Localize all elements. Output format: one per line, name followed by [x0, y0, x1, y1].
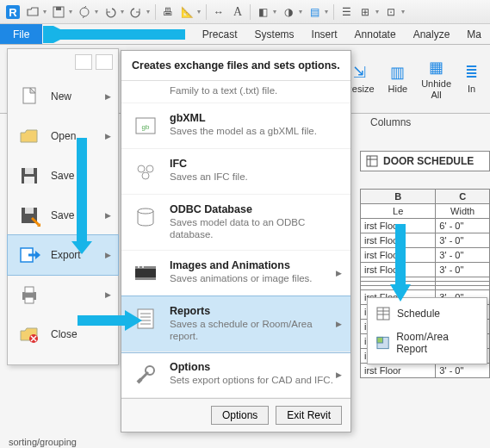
dd-icon[interactable]: ▾ — [69, 8, 74, 16]
tab-precast[interactable]: Precast — [194, 24, 246, 44]
dd-icon[interactable]: ▾ — [95, 8, 100, 16]
export-item-title: Reports — [170, 305, 340, 317]
filemenu-print[interactable]: ▶ — [8, 275, 118, 314]
svg-rect-11 — [24, 177, 34, 184]
separator — [250, 4, 251, 20]
ribbon-hide[interactable]: ▥Hide — [381, 45, 415, 113]
dd-icon[interactable]: ▾ — [43, 8, 48, 16]
schedule-title: DOOR SCHEDULE — [360, 151, 490, 171]
qat-print-icon[interactable]: 🖶 — [159, 3, 177, 21]
qat-text-icon[interactable]: A — [229, 3, 246, 21]
cell-width: 3' - 0" — [436, 233, 490, 248]
filemenu-new[interactable]: New▶ — [8, 77, 118, 116]
export-item-images[interactable]: Images and AnimationsSaves animations or… — [121, 251, 350, 296]
svg-text:gb: gb — [142, 123, 150, 131]
filemenu-save[interactable]: Save — [8, 156, 118, 196]
export-item-family-truncated[interactable]: Family to a text (.txt) file. — [121, 81, 350, 103]
qat-switch-icon[interactable]: ⊡ — [382, 3, 400, 21]
table-row[interactable]: irst Floor6' - 0" — [361, 219, 490, 233]
filemenu-label: Save A — [51, 209, 84, 221]
tab-massing[interactable]: Ma — [458, 24, 490, 44]
separator — [155, 4, 156, 20]
table-row[interactable]: irst Floor3' - 0" — [361, 248, 490, 263]
tab-annotate[interactable]: Annotate — [346, 24, 405, 44]
ribbon-insert[interactable]: ≣In — [458, 45, 485, 113]
filemenu-saveas[interactable]: Save A▶ — [8, 196, 118, 235]
dd-icon[interactable]: ▾ — [401, 8, 406, 16]
dd-icon[interactable]: ▾ — [121, 8, 126, 16]
recent-docs-icon[interactable] — [75, 54, 92, 70]
export-item-desc: Saves the model as a gbXML file. — [170, 125, 340, 137]
qat-open-icon[interactable] — [24, 3, 41, 21]
flyout-roomarea[interactable]: Room/Area Report — [368, 326, 487, 360]
svg-rect-16 — [25, 287, 34, 293]
export-item-title: ODBC Database — [170, 203, 340, 215]
qat-measure-icon[interactable]: 📐 — [178, 3, 195, 21]
tab-systems[interactable]: Systems — [246, 24, 303, 44]
cell-width: 3' - 0" — [436, 263, 490, 277]
filemenu-label: New — [51, 90, 71, 103]
reports-flyout: Schedule Room/Area Report — [367, 297, 487, 364]
flyout-roomarea-label: Room/Area Report — [396, 331, 478, 355]
chevron-right-icon: ▶ — [105, 211, 111, 220]
table-row[interactable]: irst Floor3' - 0" — [361, 263, 490, 277]
chevron-right-icon: ▶ — [105, 92, 111, 101]
filemenu-close[interactable]: Close — [8, 314, 118, 354]
export-item-options[interactable]: OptionsSets export options for CAD and I… — [121, 352, 350, 398]
svg-point-21 — [138, 165, 145, 172]
export-item-reports[interactable]: ReportsSaves a schedule or Room/Area rep… — [121, 296, 350, 352]
filemenu-open[interactable]: Open▶ — [8, 116, 118, 156]
exit-revit-button[interactable]: Exit Revit — [276, 406, 342, 425]
svg-rect-5 — [367, 156, 377, 166]
table-row[interactable]: irst Floor3' - 0" — [361, 364, 490, 378]
tab-file[interactable]: File — [0, 24, 42, 44]
export-item-ifc[interactable]: IFCSaves an IFC file. — [121, 149, 350, 195]
qat-plan-icon[interactable]: ▤ — [306, 3, 323, 21]
flyout-schedule[interactable]: Schedule — [368, 302, 487, 326]
qat-thin-icon[interactable]: ☰ — [338, 3, 355, 21]
svg-point-35 — [146, 366, 154, 375]
qat-sync-icon[interactable] — [76, 3, 93, 21]
flyout-schedule-label: Schedule — [397, 308, 440, 320]
svg-rect-30 — [138, 309, 153, 328]
dd-icon[interactable]: ▾ — [197, 8, 202, 16]
hide-icon: ▥ — [390, 63, 405, 82]
file-menu-footer: Options Exit Revit — [121, 398, 350, 432]
qat-section-icon[interactable]: ◑ — [280, 3, 297, 21]
export-item-title: IFC — [170, 158, 340, 170]
qat-3d-icon[interactable]: ◧ — [254, 3, 271, 21]
dd-icon[interactable]: ▾ — [325, 8, 330, 16]
tab-analyze[interactable]: Analyze — [405, 24, 459, 44]
svg-point-23 — [142, 172, 149, 179]
qat-redo-icon[interactable] — [127, 3, 145, 21]
family-icon — [132, 84, 159, 97]
ribbon-unhide[interactable]: ▦Unhide All — [414, 45, 458, 113]
qat-close-hidden-icon[interactable]: ⊞ — [357, 3, 374, 21]
dd-icon[interactable]: ▾ — [375, 8, 381, 16]
export-item-desc: Saves animations or image files. — [170, 272, 340, 284]
dd-icon[interactable]: ▾ — [273, 8, 278, 16]
cell-width: 3' - 0" — [436, 248, 490, 263]
unhide-icon: ▦ — [429, 58, 443, 77]
separator — [206, 4, 207, 20]
dd-icon[interactable]: ▾ — [146, 8, 152, 16]
open-docs-icon[interactable] — [96, 54, 113, 70]
tab-hidden[interactable] — [42, 24, 162, 44]
options-button[interactable]: Options — [211, 406, 269, 425]
filemenu-export[interactable]: Export▶ — [8, 235, 118, 275]
tab-insert[interactable]: Insert — [303, 24, 346, 44]
export-item-odbc[interactable]: ODBC DatabaseSaves model data to an ODBC… — [121, 195, 350, 251]
export-item-gbxml[interactable]: gbgbXMLSaves the model as a gbXML file. — [121, 103, 350, 149]
qat-undo-icon[interactable] — [102, 3, 119, 21]
close-icon — [16, 323, 42, 345]
reports-icon — [132, 305, 159, 333]
dd-icon[interactable]: ▾ — [299, 8, 304, 16]
revit-logo-icon[interactable]: R — [3, 3, 22, 22]
filemenu-label: Export — [51, 249, 81, 261]
svg-rect-13 — [25, 208, 34, 214]
svg-point-28 — [138, 266, 140, 268]
tab-steel[interactable]: eel — [163, 24, 194, 44]
qat-dim-icon[interactable]: ↔ — [210, 3, 227, 21]
table-row[interactable]: irst Floor3' - 0" — [361, 233, 490, 248]
qat-save-icon[interactable] — [50, 3, 67, 21]
